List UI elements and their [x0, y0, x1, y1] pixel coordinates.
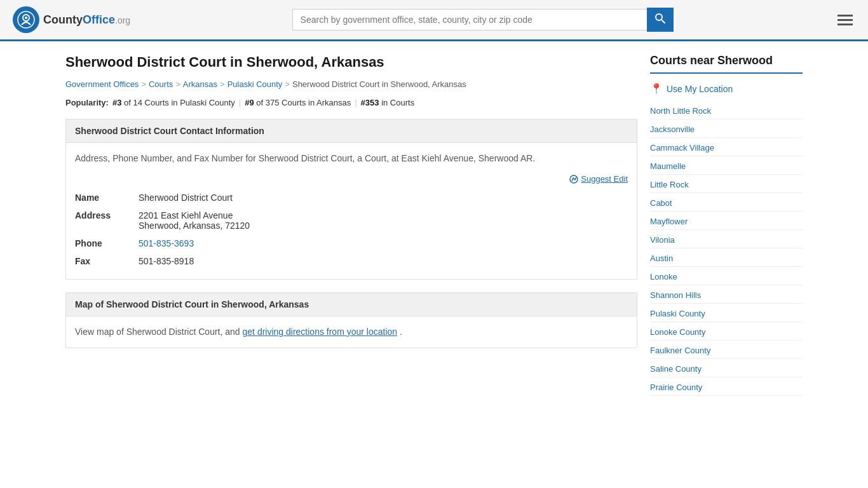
address-row: Address 2201 East Kiehl Avenue Sherwood,… [75, 207, 628, 234]
sidebar-link-item: Lonoke County [650, 323, 803, 341]
stat-sep-2: | [355, 98, 356, 107]
main-container: Sherwood District Court in Sherwood, Ark… [53, 41, 815, 409]
map-description: View map of Sherwood District Court, and… [75, 325, 628, 339]
sidebar-link[interactable]: Shannon Hills [650, 290, 701, 300]
driving-directions-link[interactable]: get driving directions from your locatio… [243, 327, 398, 337]
sidebar-title: Courts near Sherwood [650, 54, 803, 74]
map-section: Map of Sherwood District Court in Sherwo… [65, 292, 637, 348]
sidebar-link[interactable]: Cammack Village [650, 143, 714, 152]
popularity-stat1: #3 of 14 Courts in Pulaski County [112, 98, 235, 107]
phone-link[interactable]: 501-835-3693 [139, 238, 194, 248]
sidebar-link-item: Maumelle [650, 158, 803, 175]
suggest-edit-row: Suggest Edit [75, 174, 628, 184]
sidebar-links: North Little RockJacksonvilleCammack Vil… [650, 102, 803, 396]
search-area [292, 8, 674, 32]
popularity: Popularity: #3 of 14 Courts in Pulaski C… [65, 98, 637, 107]
sidebar-link[interactable]: Faulkner County [650, 346, 710, 355]
sidebar-link[interactable]: Mayflower [650, 217, 688, 226]
sidebar-link[interactable]: Prairie County [650, 383, 702, 392]
sidebar-link[interactable]: Pulaski County [650, 309, 705, 318]
sidebar-link-item: Vilonia [650, 231, 803, 248]
name-row: Name Sherwood District Court [75, 189, 628, 207]
page-title: Sherwood District Court in Sherwood, Ark… [65, 54, 637, 71]
sidebar-link[interactable]: Little Rock [650, 180, 689, 189]
sidebar-link[interactable]: Lonoke [650, 272, 677, 281]
contact-description: Address, Phone Number, and Fax Number fo… [75, 152, 628, 165]
menu-button[interactable] [835, 12, 855, 28]
contact-section-body: Address, Phone Number, and Fax Number fo… [66, 143, 637, 279]
address-line1: 2201 East Kiehl Avenue [139, 210, 628, 220]
logo-icon [13, 6, 39, 33]
breadcrumb-sep-3: > [220, 79, 225, 89]
fax-value: 501-835-8918 [139, 252, 628, 270]
popularity-stat2: #9 of 375 Courts in Arkansas [245, 98, 351, 107]
address-value: 2201 East Kiehl Avenue Sherwood, Arkansa… [139, 207, 628, 234]
use-location-row: 📍 Use My Location [650, 83, 803, 95]
map-section-header: Map of Sherwood District Court in Sherwo… [66, 293, 637, 316]
breadcrumb-sep-1: > [141, 79, 146, 89]
sidebar-link-item: North Little Rock [650, 102, 803, 119]
breadcrumb-pulaski[interactable]: Pulaski County [227, 79, 283, 89]
sidebar-link-item: Cammack Village [650, 139, 803, 156]
sidebar-link-item: Faulkner County [650, 342, 803, 359]
sidebar-link[interactable]: Saline County [650, 364, 702, 374]
logo-area: CountyOffice.org [13, 6, 130, 33]
header: CountyOffice.org [0, 0, 868, 41]
popularity-label: Popularity: [65, 98, 109, 107]
phone-value: 501-835-3693 [139, 234, 628, 252]
address-label: Address [75, 207, 139, 234]
sidebar-link[interactable]: Cabot [650, 198, 672, 208]
fax-row: Fax 501-835-8918 [75, 252, 628, 270]
sidebar-link-item: Cabot [650, 194, 803, 212]
svg-point-2 [25, 17, 27, 19]
breadcrumb-arkansas[interactable]: Arkansas [183, 79, 217, 89]
sidebar-link[interactable]: Lonoke County [650, 327, 705, 337]
search-button[interactable] [647, 8, 674, 32]
phone-label: Phone [75, 234, 139, 252]
breadcrumb-current: Sherwood District Court in Sherwood, Ark… [292, 79, 466, 89]
sidebar: Courts near Sherwood 📍 Use My Location N… [650, 54, 803, 396]
map-section-body: View map of Sherwood District Court, and… [66, 316, 637, 348]
svg-line-4 [661, 20, 665, 23]
suggest-edit-label: Suggest Edit [581, 174, 628, 184]
logo-text: CountyOffice.org [43, 13, 130, 27]
contact-section-header: Sherwood District Court Contact Informat… [66, 119, 637, 143]
sidebar-link-item: Little Rock [650, 176, 803, 193]
sidebar-link-item: Pulaski County [650, 305, 803, 322]
sidebar-link-item: Prairie County [650, 379, 803, 396]
contact-info-table: Name Sherwood District Court Address 220… [75, 189, 628, 270]
sidebar-link[interactable]: Austin [650, 254, 673, 263]
breadcrumb-sep-4: > [285, 79, 290, 89]
sidebar-link[interactable]: Vilonia [650, 235, 675, 245]
svg-point-0 [18, 11, 34, 28]
search-input[interactable] [292, 9, 647, 30]
sidebar-link-item: Saline County [650, 360, 803, 377]
breadcrumb-sep-2: > [175, 79, 180, 89]
name-value: Sherwood District Court [139, 189, 628, 207]
use-location-link[interactable]: Use My Location [667, 84, 733, 94]
sidebar-link[interactable]: Jacksonville [650, 125, 695, 134]
sidebar-link-item: Shannon Hills [650, 287, 803, 304]
popularity-stat3: #353 in Courts [361, 98, 415, 107]
sidebar-link-item: Mayflower [650, 213, 803, 230]
stat-sep-1: | [239, 98, 241, 107]
breadcrumb: Government Offices > Courts > Arkansas >… [65, 79, 637, 89]
pin-icon: 📍 [650, 83, 663, 95]
map-desc-start: View map of Sherwood District Court, and [75, 327, 243, 337]
sidebar-link-item: Austin [650, 250, 803, 267]
map-desc-end: . [400, 327, 402, 337]
suggest-edit-button[interactable]: Suggest Edit [569, 174, 628, 184]
phone-row: Phone 501-835-3693 [75, 234, 628, 252]
sidebar-link[interactable]: North Little Rock [650, 106, 711, 116]
breadcrumb-gov-offices[interactable]: Government Offices [65, 79, 139, 89]
sidebar-link-item: Lonoke [650, 268, 803, 285]
breadcrumb-courts[interactable]: Courts [149, 79, 173, 89]
name-label: Name [75, 189, 139, 207]
contact-section: Sherwood District Court Contact Informat… [65, 119, 637, 280]
address-line2: Sherwood, Arkansas, 72120 [139, 220, 628, 231]
content-area: Sherwood District Court in Sherwood, Ark… [65, 54, 637, 396]
sidebar-link-item: Jacksonville [650, 121, 803, 138]
sidebar-link[interactable]: Maumelle [650, 161, 686, 171]
fax-label: Fax [75, 252, 139, 270]
